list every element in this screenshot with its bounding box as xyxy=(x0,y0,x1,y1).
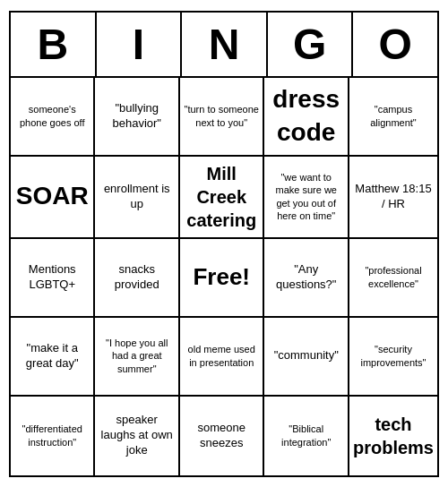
title-g: G xyxy=(268,13,354,76)
bingo-cell-8: "we want to make sure we get you out of … xyxy=(264,157,349,239)
bingo-card: B I N G O someone's phone goes off"bully… xyxy=(9,11,439,477)
bingo-cell-11: snacks provided xyxy=(95,239,180,318)
bingo-cell-23: "Biblical integration" xyxy=(264,397,349,475)
bingo-cell-6: enrollment is up xyxy=(95,157,180,239)
bingo-cell-7: Mill Creek catering xyxy=(180,157,264,239)
bingo-cell-9: Matthew 18:15 / HR xyxy=(349,157,437,239)
bingo-cell-3: dress code xyxy=(264,78,349,157)
title-b: B xyxy=(11,13,97,76)
bingo-cell-19: "security improvements" xyxy=(349,318,437,397)
bingo-cell-21: speaker laughs at own joke xyxy=(95,397,180,475)
bingo-cell-20: "differentiated instruction" xyxy=(11,397,95,475)
bingo-cell-13: "Any questions?" xyxy=(264,239,349,318)
bingo-cell-14: "professional excellence" xyxy=(349,239,437,318)
bingo-cell-10: Mentions LGBTQ+ xyxy=(11,239,95,318)
title-i: I xyxy=(97,13,183,76)
bingo-cell-18: "community" xyxy=(264,318,349,397)
bingo-cell-17: old meme used in presentation xyxy=(180,318,264,397)
bingo-title: B I N G O xyxy=(11,13,437,78)
bingo-cell-0: someone's phone goes off xyxy=(11,78,95,157)
bingo-cell-16: "I hope you all had a great summer" xyxy=(95,318,180,397)
bingo-cell-12: Free! xyxy=(180,239,264,318)
bingo-cell-5: SOAR xyxy=(11,157,95,239)
bingo-cell-2: "turn to someone next to you" xyxy=(180,78,264,157)
title-n: N xyxy=(182,13,268,76)
bingo-cell-4: "campus alignment" xyxy=(349,78,437,157)
bingo-cell-24: tech problems xyxy=(349,397,437,475)
title-o: O xyxy=(353,13,437,76)
bingo-cell-1: "bullying behavior" xyxy=(95,78,180,157)
bingo-cell-15: "make it a great day" xyxy=(11,318,95,397)
bingo-grid: someone's phone goes off"bullying behavi… xyxy=(11,78,437,475)
bingo-cell-22: someone sneezes xyxy=(180,397,264,475)
